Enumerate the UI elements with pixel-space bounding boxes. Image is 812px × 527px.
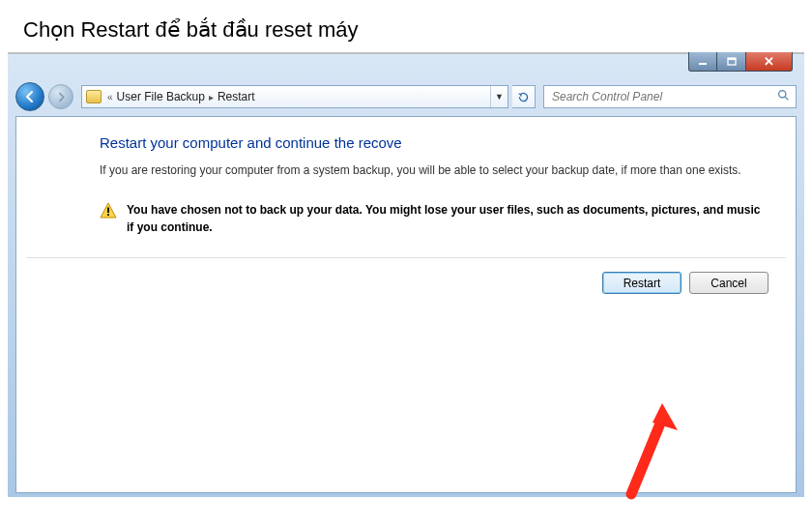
search-icon [777, 89, 790, 104]
page-description: If you are restoring your computer from … [100, 162, 761, 179]
svg-line-8 [631, 419, 662, 494]
address-bar[interactable]: « User File Backup ▸ Restart ▼ [81, 85, 508, 108]
maximize-button[interactable] [717, 52, 746, 72]
chevron-right-icon: ▸ [209, 92, 214, 102]
svg-marker-9 [652, 403, 678, 430]
page-caption: Chọn Restart để bắt đầu reset máy [0, 0, 812, 52]
close-button[interactable]: ✕ [746, 52, 793, 72]
breadcrumb: « User File Backup ▸ Restart [86, 90, 255, 103]
warning-row: You have chosen not to back up your data… [100, 202, 761, 236]
svg-line-4 [785, 97, 788, 100]
search-input[interactable] [550, 89, 777, 104]
chevron-left-icon: « [107, 92, 113, 102]
refresh-button[interactable] [512, 85, 536, 108]
search-box[interactable] [543, 85, 797, 108]
folder-icon [86, 90, 102, 103]
breadcrumb-item[interactable]: User File Backup [117, 90, 205, 103]
cancel-button[interactable]: Cancel [689, 272, 768, 294]
page-heading: Restart your computer and continue the r… [100, 134, 761, 151]
breadcrumb-item[interactable]: Restart [218, 90, 255, 103]
content-pane: Restart your computer and continue the r… [15, 116, 797, 493]
svg-rect-7 [107, 215, 109, 217]
warning-text: You have chosen not to back up your data… [127, 202, 761, 236]
toolbar: « User File Backup ▸ Restart ▼ [8, 79, 804, 114]
address-dropdown[interactable]: ▼ [490, 86, 508, 107]
svg-rect-6 [107, 208, 109, 214]
window-controls: ✕ [688, 52, 793, 72]
svg-point-3 [779, 91, 786, 98]
arrow-annotation [610, 397, 687, 504]
svg-rect-2 [728, 58, 736, 60]
svg-rect-0 [699, 63, 707, 65]
back-button[interactable] [15, 82, 44, 111]
window-frame: ✕ « User File Backup ▸ Restart ▼ [8, 52, 804, 497]
restart-button[interactable]: Restart [602, 272, 682, 294]
forward-button[interactable] [48, 84, 73, 109]
button-row: Restart Cancel [16, 258, 796, 294]
warning-icon [100, 202, 117, 220]
minimize-button[interactable] [688, 52, 717, 72]
